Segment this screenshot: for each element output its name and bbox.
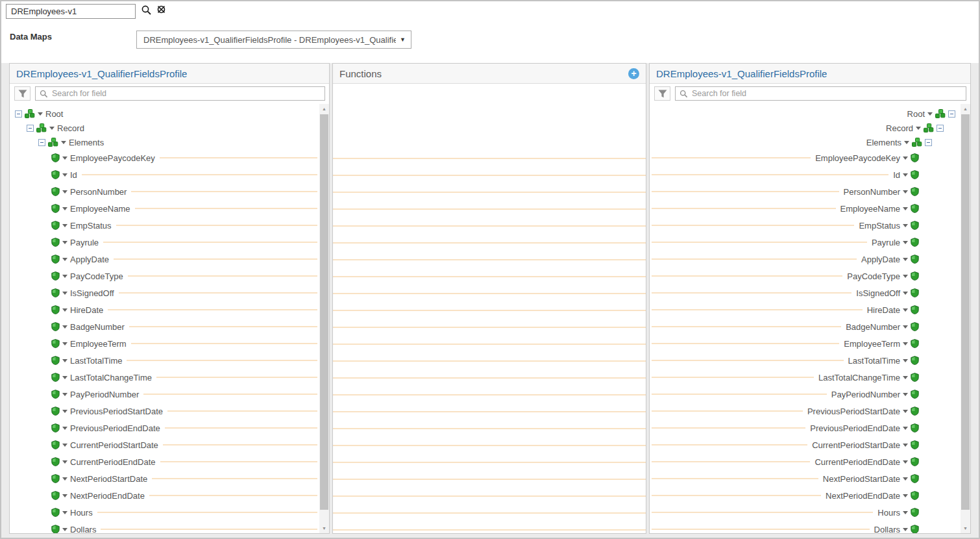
collapse-minus-icon[interactable] (27, 125, 34, 132)
scroll-up-icon[interactable]: ▲ (961, 104, 970, 114)
field-node-lasttotaltime[interactable]: LastTotalTime (650, 352, 961, 369)
field-node-employeeterm[interactable]: EmployeeTerm (650, 335, 961, 352)
field-node-previousperiodstartdate[interactable]: PreviousPeriodStartDate (10, 403, 319, 420)
chevron-down-icon[interactable] (903, 511, 908, 514)
chevron-down-icon[interactable] (903, 477, 908, 481)
clear-search-icon[interactable] (156, 5, 167, 16)
scroll-down-icon[interactable]: ▼ (961, 523, 970, 533)
chevron-down-icon[interactable] (62, 173, 67, 177)
target-panel-title[interactable]: DREmployees-v1_QualifierFieldsProfile (656, 68, 827, 79)
chevron-down-icon[interactable] (903, 308, 908, 312)
field-node-payperiodnumber[interactable]: PayPeriodNumber (650, 386, 961, 403)
chevron-down-icon[interactable] (49, 127, 55, 130)
chevron-down-icon[interactable] (62, 275, 67, 278)
chevron-down-icon[interactable] (904, 141, 909, 144)
data-map-select[interactable]: DREmployees-v1_QualifierFieldsProfile - … (136, 31, 411, 49)
chevron-down-icon[interactable] (62, 224, 67, 227)
chevron-down-icon[interactable] (903, 427, 908, 430)
field-node-empstatus[interactable]: EmpStatus (10, 217, 319, 234)
field-node-id[interactable]: Id (650, 166, 961, 183)
field-node-nextperiodstartdate[interactable]: NextPeriodStartDate (650, 470, 961, 487)
chevron-down-icon[interactable] (903, 528, 908, 531)
field-node-employeeterm[interactable]: EmployeeTerm (10, 335, 319, 352)
field-node-payrule[interactable]: Payrule (10, 234, 319, 251)
functions-canvas[interactable] (333, 84, 646, 533)
scroll-up-icon[interactable]: ▲ (319, 104, 329, 114)
field-node-badgenumber[interactable]: BadgeNumber (650, 318, 961, 335)
tree-node-elements[interactable]: Elements (650, 135, 961, 149)
field-node-dollars[interactable]: Dollars (10, 521, 319, 533)
profile-search-input[interactable] (6, 4, 136, 19)
field-node-paycodetype[interactable]: PayCodeType (10, 268, 319, 284)
target-scrollbar[interactable]: ▲ ▼ (961, 104, 970, 533)
field-node-lasttotalchangetime[interactable]: LastTotalChangeTime (10, 369, 319, 386)
chevron-down-icon[interactable] (903, 224, 908, 227)
field-node-applydate[interactable]: ApplyDate (650, 251, 961, 268)
field-node-employeename[interactable]: EmployeeName (10, 200, 319, 217)
field-node-hiredate[interactable]: HireDate (10, 301, 319, 318)
field-node-issignedoff[interactable]: IsSignedOff (650, 284, 961, 301)
field-node-nextperiodenddate[interactable]: NextPeriodEndDate (10, 487, 319, 504)
collapse-minus-icon[interactable] (15, 110, 22, 118)
field-node-empstatus[interactable]: EmpStatus (650, 217, 961, 234)
chevron-down-icon[interactable] (916, 127, 921, 130)
tree-node-record[interactable]: Record (650, 121, 961, 135)
chevron-down-icon[interactable] (903, 207, 908, 210)
chevron-down-icon[interactable] (903, 460, 908, 464)
chevron-down-icon[interactable] (62, 494, 67, 497)
tree-node-root[interactable]: Root (650, 107, 961, 121)
add-function-button[interactable]: + (628, 68, 639, 79)
field-node-currentperiodstartdate[interactable]: CurrentPeriodStartDate (650, 436, 961, 453)
chevron-down-icon[interactable] (903, 258, 908, 261)
chevron-down-icon[interactable] (61, 141, 66, 144)
chevron-down-icon[interactable] (62, 393, 67, 396)
chevron-down-icon[interactable] (903, 275, 908, 278)
field-node-currentperiodenddate[interactable]: CurrentPeriodEndDate (650, 453, 961, 470)
filter-funnel-icon[interactable] (14, 86, 31, 101)
tree-node-root[interactable]: Root (10, 107, 319, 121)
chevron-down-icon[interactable] (903, 376, 908, 379)
chevron-down-icon[interactable] (903, 157, 908, 160)
field-node-employeepaycodekey[interactable]: EmployeePaycodeKey (10, 149, 319, 166)
tree-node-record[interactable]: Record (10, 121, 319, 135)
collapse-minus-icon[interactable] (948, 110, 955, 118)
chevron-down-icon[interactable] (62, 292, 67, 295)
field-node-hours[interactable]: Hours (650, 504, 961, 521)
field-node-dollars[interactable]: Dollars (650, 521, 961, 533)
field-node-personnumber[interactable]: PersonNumber (10, 183, 319, 200)
chevron-down-icon[interactable] (903, 241, 908, 244)
chevron-down-icon[interactable] (903, 173, 908, 177)
target-search-input[interactable] (692, 89, 962, 98)
collapse-minus-icon[interactable] (925, 139, 932, 146)
field-node-currentperiodstartdate[interactable]: CurrentPeriodStartDate (10, 436, 319, 453)
chevron-down-icon[interactable] (62, 308, 67, 312)
chevron-down-icon[interactable] (903, 410, 908, 413)
collapse-minus-icon[interactable] (937, 125, 944, 132)
chevron-down-icon[interactable] (62, 528, 67, 531)
chevron-down-icon[interactable] (927, 112, 933, 116)
source-scrollbar[interactable]: ▲ ▼ (319, 104, 329, 533)
chevron-down-icon[interactable] (62, 427, 67, 430)
field-node-paycodetype[interactable]: PayCodeType (650, 268, 961, 284)
chevron-down-icon[interactable] (903, 325, 908, 329)
field-node-previousperiodenddate[interactable]: PreviousPeriodEndDate (10, 420, 319, 436)
chevron-down-icon[interactable] (903, 444, 908, 447)
filter-funnel-icon[interactable] (654, 86, 670, 101)
search-icon[interactable] (141, 5, 152, 16)
chevron-down-icon[interactable] (62, 444, 67, 447)
chevron-down-icon[interactable] (62, 477, 67, 481)
chevron-down-icon[interactable] (903, 393, 908, 396)
field-node-employeename[interactable]: EmployeeName (650, 200, 961, 217)
chevron-down-icon[interactable] (903, 292, 908, 295)
chevron-down-icon[interactable] (903, 494, 908, 497)
field-node-nextperiodenddate[interactable]: NextPeriodEndDate (650, 487, 961, 504)
chevron-down-icon[interactable] (62, 258, 67, 261)
chevron-down-icon[interactable] (62, 410, 67, 413)
field-node-payperiodnumber[interactable]: PayPeriodNumber (10, 386, 319, 403)
field-node-lasttotaltime[interactable]: LastTotalTime (10, 352, 319, 369)
field-node-nextperiodstartdate[interactable]: NextPeriodStartDate (10, 470, 319, 487)
field-node-hours[interactable]: Hours (10, 504, 319, 521)
field-node-lasttotalchangetime[interactable]: LastTotalChangeTime (650, 369, 961, 386)
chevron-down-icon[interactable] (62, 342, 67, 345)
field-node-currentperiodenddate[interactable]: CurrentPeriodEndDate (10, 453, 319, 470)
